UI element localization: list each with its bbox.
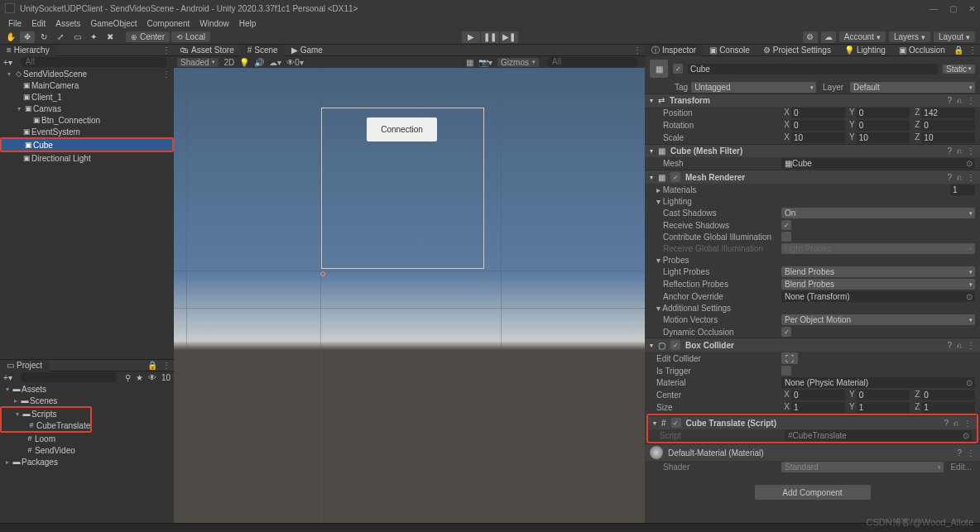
- layers-dropdown[interactable]: Layers ▾: [889, 31, 930, 42]
- maximize-icon[interactable]: ▢: [949, 4, 957, 13]
- fx-toggle-icon[interactable]: ☁▾: [269, 58, 281, 67]
- tab-lighting[interactable]: 💡 Lighting: [838, 45, 892, 56]
- script-header[interactable]: ▾#✓Cube Translate (Script)?⎌⋮: [648, 415, 977, 429]
- static-dropdown[interactable]: Static: [943, 65, 975, 74]
- panel-menu-icon[interactable]: ⋮: [968, 46, 977, 55]
- mesh-field[interactable]: ▦ Cube: [781, 158, 975, 169]
- menu-icon[interactable]: ⋮: [967, 96, 975, 105]
- renderer-checkbox[interactable]: ✓: [670, 172, 680, 182]
- step-button[interactable]: ▶❚: [500, 31, 518, 43]
- folder-row[interactable]: ▸▬Scenes: [0, 395, 174, 406]
- pos-x-input[interactable]: 0: [791, 108, 845, 118]
- menu-gameobject[interactable]: GameObject: [87, 19, 140, 28]
- tree-item[interactable]: ▣Btn_Connection: [0, 114, 174, 126]
- dynocc-checkbox[interactable]: ✓: [781, 327, 791, 337]
- gizmos-dropdown[interactable]: Gizmos: [497, 58, 539, 67]
- boxcollider-header[interactable]: ▾▢✓Box Collider?⎌⋮: [645, 338, 980, 352]
- pivot-local-button[interactable]: ⟲Local: [171, 31, 210, 42]
- meshfilter-header[interactable]: ▾▦Cube (Mesh Filter)?⎌⋮: [645, 144, 980, 157]
- transform-tool-icon[interactable]: ✦: [86, 31, 101, 43]
- pivot-center-button[interactable]: ⊕Center: [126, 31, 170, 42]
- shader-dropdown[interactable]: Standard: [781, 462, 944, 472]
- tab-assetstore[interactable]: 🛍 Asset Store: [174, 45, 241, 56]
- panel-menu-icon[interactable]: ⋮: [162, 46, 171, 55]
- tree-item[interactable]: ▾▣Canvas: [0, 103, 174, 114]
- pause-button[interactable]: ❚❚: [481, 31, 499, 43]
- tag-dropdown[interactable]: Untagged: [691, 82, 816, 93]
- folder-row[interactable]: ▾▬Scripts: [2, 408, 90, 419]
- tab-occlusion[interactable]: ▣ Occlusion: [892, 45, 952, 56]
- tree-item-selected[interactable]: ▣Cube: [2, 139, 172, 151]
- create-dropdown-icon[interactable]: +▾: [3, 58, 12, 67]
- center-x[interactable]: 0: [791, 390, 845, 400]
- active-checkbox[interactable]: ✓: [673, 64, 683, 74]
- lock-icon[interactable]: 🔒: [954, 46, 963, 55]
- create-dropdown-icon[interactable]: +▾: [3, 373, 12, 382]
- lightprobes-dropdown[interactable]: Blend Probes: [781, 266, 975, 277]
- size-x[interactable]: 1: [791, 402, 845, 413]
- menu-help[interactable]: Help: [236, 19, 260, 28]
- physmat-field[interactable]: None (Physic Material): [781, 377, 975, 388]
- recvshadows-checkbox[interactable]: ✓: [781, 220, 791, 230]
- menu-assets[interactable]: Assets: [52, 19, 84, 28]
- scale-z-input[interactable]: 10: [921, 132, 975, 143]
- custom-tool-icon[interactable]: ✖: [103, 31, 118, 43]
- lock-icon[interactable]: 🔒: [147, 361, 157, 370]
- scene-row[interactable]: ▾◇SendVideoScene⋮: [0, 68, 174, 79]
- move-tool-icon[interactable]: ✥: [20, 31, 35, 43]
- menu-edit[interactable]: Edit: [28, 19, 49, 28]
- play-button[interactable]: ▶: [462, 31, 480, 43]
- menu-window[interactable]: Window: [196, 19, 233, 28]
- light-toggle-icon[interactable]: 💡: [239, 58, 249, 67]
- audio-toggle-icon[interactable]: 🔊: [254, 58, 264, 67]
- panel-menu-icon[interactable]: ⋮: [633, 46, 641, 55]
- layout-dropdown[interactable]: Layout ▾: [934, 31, 975, 42]
- shading-dropdown[interactable]: Shaded: [177, 58, 219, 67]
- scene-viewport[interactable]: Connection: [174, 68, 645, 523]
- tab-game[interactable]: ▶ Game: [285, 45, 329, 56]
- mode-2d-button[interactable]: 2D: [223, 58, 234, 67]
- rot-x-input[interactable]: 0: [791, 120, 845, 131]
- scale-tool-icon[interactable]: ⤢: [53, 31, 68, 43]
- cloud-icon[interactable]: ☁: [821, 31, 836, 43]
- menu-component[interactable]: Component: [144, 19, 194, 28]
- account-dropdown[interactable]: Account ▾: [839, 31, 886, 42]
- hidden-toggle-icon[interactable]: 👁0▾: [286, 58, 304, 67]
- rect-tool-icon[interactable]: ▭: [70, 31, 84, 43]
- project-search[interactable]: [21, 372, 117, 382]
- tab-projectsettings[interactable]: ⚙ Project Settings: [757, 45, 838, 56]
- camera-icon[interactable]: 📷▾: [478, 58, 492, 67]
- gameobject-name-input[interactable]: Cube: [688, 64, 938, 74]
- hidden-icon[interactable]: 👁: [148, 373, 156, 382]
- cgi-checkbox[interactable]: [781, 232, 791, 242]
- tree-item[interactable]: ▣MainCamera: [0, 79, 174, 91]
- folder-row[interactable]: ▸▬Packages: [0, 456, 174, 467]
- editcollider-button[interactable]: ⛶: [781, 352, 798, 364]
- scene-search[interactable]: All: [547, 57, 638, 67]
- tree-item[interactable]: ▣Directional Light: [0, 152, 174, 164]
- filter-icon[interactable]: ⚲: [125, 373, 131, 382]
- size-z[interactable]: 1: [921, 402, 975, 413]
- layer-dropdown[interactable]: Default: [850, 82, 975, 93]
- help-icon[interactable]: ?: [947, 96, 952, 105]
- rotate-tool-icon[interactable]: ↻: [36, 31, 51, 43]
- add-component-button[interactable]: Add Component: [755, 485, 871, 500]
- collab-icon[interactable]: ⚙: [803, 31, 818, 43]
- tab-console[interactable]: ▣ Console: [703, 45, 757, 56]
- transform-header[interactable]: ▾⇄Transform?⎌⋮: [645, 93, 980, 107]
- rot-z-input[interactable]: 0: [921, 120, 975, 131]
- tab-inspector[interactable]: ⓘ Inspector: [645, 45, 703, 56]
- tab-scene[interactable]: # Scene: [241, 45, 285, 56]
- scale-y-input[interactable]: 10: [857, 132, 910, 143]
- folder-row[interactable]: ▾▬Assets: [0, 383, 174, 395]
- scale-x-input[interactable]: 10: [791, 132, 845, 143]
- center-z[interactable]: 0: [921, 390, 975, 400]
- menu-file[interactable]: File: [5, 19, 25, 28]
- istrigger-checkbox[interactable]: [781, 366, 791, 376]
- script-row[interactable]: #CubeTranslate: [2, 419, 90, 431]
- script-row[interactable]: #SendVideo: [0, 444, 174, 456]
- castshadows-dropdown[interactable]: On: [781, 208, 975, 218]
- favorite-icon[interactable]: ★: [136, 373, 143, 382]
- preset-icon[interactable]: ⎌: [957, 96, 962, 105]
- grid-icon[interactable]: ▦: [466, 58, 473, 67]
